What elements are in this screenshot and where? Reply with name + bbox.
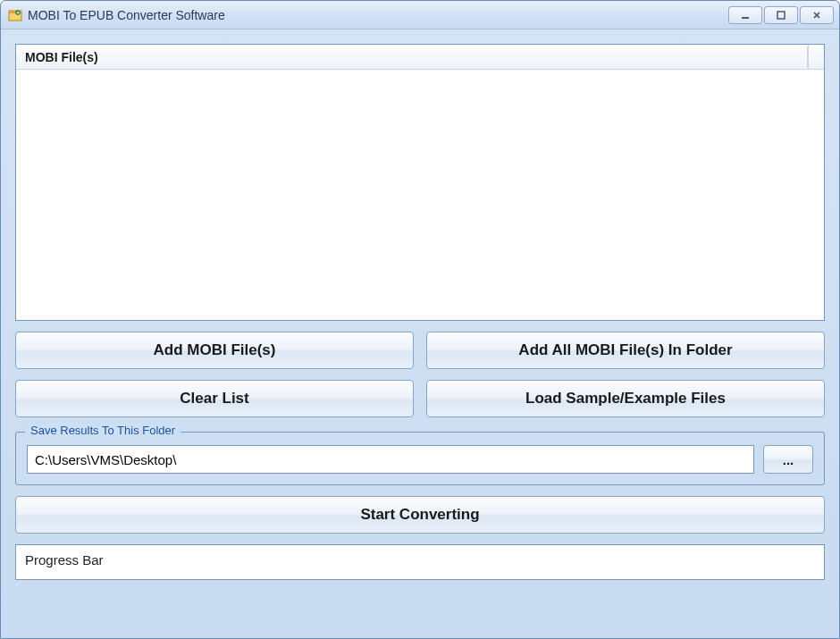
- browse-folder-button[interactable]: ...: [763, 445, 813, 474]
- clear-list-button[interactable]: Clear List: [15, 380, 414, 417]
- save-folder-row: ...: [27, 445, 813, 474]
- minimize-button[interactable]: [728, 6, 762, 24]
- load-sample-files-button[interactable]: Load Sample/Example Files: [426, 380, 825, 417]
- save-folder-input[interactable]: [27, 445, 754, 474]
- window-controls: [728, 6, 834, 24]
- minimize-icon: [740, 10, 751, 21]
- app-window: MOBI To EPUB Converter Software MOBI Fil…: [0, 0, 840, 639]
- progress-bar-label: Progress Bar: [25, 552, 104, 568]
- progress-bar-panel: Progress Bar: [15, 544, 825, 580]
- save-folder-fieldset: Save Results To This Folder ...: [15, 432, 825, 485]
- maximize-button[interactable]: [764, 6, 798, 24]
- svg-rect-4: [777, 12, 785, 19]
- maximize-icon: [776, 10, 786, 21]
- close-icon: [811, 10, 822, 21]
- column-header-mobi-files[interactable]: MOBI File(s): [16, 46, 808, 68]
- file-list-panel: MOBI File(s): [15, 44, 825, 321]
- svg-point-2: [16, 10, 21, 14]
- client-area: MOBI File(s) Add MOBI File(s) Add All MO…: [1, 29, 839, 638]
- start-converting-button[interactable]: Start Converting: [15, 496, 825, 534]
- button-row-2: Clear List Load Sample/Example Files: [15, 380, 825, 417]
- button-row-1: Add MOBI File(s) Add All MOBI File(s) In…: [15, 332, 825, 369]
- file-list-body[interactable]: [16, 70, 824, 320]
- column-header-spacer: [808, 45, 824, 69]
- close-button[interactable]: [800, 6, 834, 24]
- save-folder-legend: Save Results To This Folder: [25, 424, 181, 437]
- file-list-header: MOBI File(s): [16, 45, 824, 70]
- window-title: MOBI To EPUB Converter Software: [28, 8, 728, 22]
- app-icon: [8, 8, 22, 22]
- titlebar[interactable]: MOBI To EPUB Converter Software: [1, 1, 839, 29]
- add-all-mobi-folder-button[interactable]: Add All MOBI File(s) In Folder: [426, 332, 825, 369]
- add-mobi-files-button[interactable]: Add MOBI File(s): [15, 332, 414, 369]
